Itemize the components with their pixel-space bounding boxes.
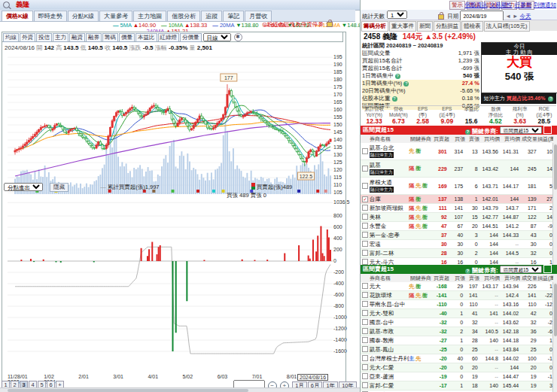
toolbar-均線[interactable]: 均線	[3, 33, 19, 42]
gear-icon[interactable]: ✱	[234, 33, 242, 41]
key-broker-select[interactable]: 區間賣超15	[500, 266, 542, 273]
broker-row-台庫[interactable]: ✓台庫隔,衝1371381142.0114413927	[361, 195, 553, 204]
row-checkbox[interactable]	[362, 292, 368, 298]
top-link-行事曆[interactable]: 行事曆	[515, 2, 532, 8]
row-checkbox[interactable]	[362, 373, 368, 379]
table-menu-button[interactable]	[543, 265, 552, 273]
column-check[interactable]	[361, 274, 370, 282]
column-賣均價[interactable]: 賣均價	[500, 135, 520, 143]
row-checkbox[interactable]	[362, 364, 368, 370]
right-tab-籌碼分析[interactable]: 籌碼分析	[361, 21, 388, 32]
column-買張[interactable]: 買張	[449, 135, 465, 143]
toolbar-紅綠燈[interactable]: 紅綠燈	[158, 33, 180, 42]
table-menu-button[interactable]	[543, 126, 552, 134]
broker-row-凱基-台北[interactable]: 凱基-台北隔日沖主力先,衝30131413143.56141.3132710	[361, 143, 553, 160]
broker-row-摩根大通[interactable]: 摩根大通隔日沖主力隔,先,衝1691756143.71144.171815	[361, 178, 553, 195]
question-icon[interactable]: ?	[392, 96, 397, 102]
row-checkbox[interactable]	[362, 214, 368, 220]
row-checkbox[interactable]	[362, 183, 368, 189]
right-tab-新聞[interactable]: 新聞	[417, 21, 433, 32]
row-checkbox[interactable]	[362, 166, 368, 172]
broker-flow-chart[interactable]: 1036.58006004002000-200-400-600-800-1000…	[2, 199, 358, 375]
column-券商名稱[interactable]: 券商名稱	[370, 135, 410, 143]
row-checkbox[interactable]	[362, 232, 368, 238]
broker-row-永豐金[interactable]: 永豐金隔,先,衝476720144.51141.287-9	[361, 222, 553, 231]
date-next-icon[interactable]: ►	[513, 13, 518, 20]
date-prev-icon[interactable]: ◄	[505, 13, 510, 20]
column-成交量[interactable]: 成交量	[520, 274, 537, 282]
row-checkbox[interactable]	[362, 382, 368, 388]
right-tab-體檢表[interactable]: 體檢表	[461, 21, 483, 32]
date-lock-icon[interactable]	[438, 14, 444, 20]
column-check[interactable]	[361, 135, 370, 143]
broker-row-宏遠[interactable]: 宏遠30300144--300	[361, 240, 553, 249]
horizontal-scrollbar-thumb[interactable]	[8, 389, 248, 392]
tab-追蹤[interactable]: 追蹤	[201, 11, 222, 21]
broker-row-國票-台中[interactable]: 國票-台中-32032--143.6232-2	[361, 318, 553, 327]
key-broker-select[interactable]: 區間買超15	[500, 126, 542, 134]
column-成交量[interactable]: 成交量	[520, 135, 537, 143]
broker-row-元大-斗六[interactable]: 元大-斗六16160144--161	[361, 258, 553, 265]
right-tab-分點損益[interactable]: 分點損益	[434, 21, 461, 32]
top-link-交易屬性[interactable]: 交易屬性	[490, 2, 513, 8]
broker-row-凱基[interactable]: 凱基隔日沖主力隔,衝2292378143.4214424514	[361, 160, 553, 178]
right-tab-法人目標(105元)[interactable]: 法人目標(105元)	[484, 21, 530, 32]
sell-scroll-thumb[interactable]	[554, 284, 557, 336]
column-買張[interactable]: 買張	[449, 274, 465, 282]
question-icon[interactable]: ?	[548, 96, 553, 102]
broker-row-富邦-仁愛[interactable]: 富邦-仁愛-17118140145.44193	[361, 381, 553, 390]
column-關鍵券商[interactable]: 關鍵券商	[410, 274, 431, 282]
column-賣張[interactable]: 賣張	[465, 274, 479, 282]
search-icon[interactable]	[3, 2, 10, 8]
column-買均價[interactable]: 買均價	[479, 135, 500, 143]
toolbar-價量[interactable]: 價量	[119, 33, 135, 42]
column-損益(萬)[interactable]: 損益(萬)	[537, 135, 553, 143]
broker-row-元大[interactable]: 元大先,衝-16829197143.17143.942261	[361, 282, 553, 291]
row-checkbox[interactable]	[362, 241, 368, 247]
broker-row-華南永昌-台中[interactable]: 華南永昌-台中-1100110--143.16110-12	[361, 300, 553, 309]
broker-row-第一金-忠孝[interactable]: 第一金-忠孝37403144144.33430	[361, 231, 553, 240]
stat-days-select[interactable]: 1	[387, 11, 407, 19]
today-link[interactable]: 今天	[520, 13, 531, 20]
broker-row-國泰-敦南[interactable]: 國泰-敦南-27128140144.18291	[361, 336, 553, 345]
broker-row-美林[interactable]: 美林隔,先,衝9210715142.77144.8712214	[361, 213, 553, 222]
row-checkbox[interactable]	[362, 250, 368, 256]
buy-scroll-thumb[interactable]	[554, 144, 557, 190]
right-tab-重大事件[interactable]: 重大事件	[389, 21, 416, 32]
broker-row-元大-仁愛[interactable]: 元大-仁愛-20020--144200	[361, 363, 553, 372]
broker-row-亞東-蘆洲[interactable]: 亞東-蘆洲-19019--144.4719-1	[361, 372, 553, 381]
toolbar-投信[interactable]: 投信	[36, 33, 52, 42]
toolbar-融券[interactable]: 融券	[86, 33, 102, 42]
row-checkbox[interactable]	[362, 310, 368, 316]
row-checkbox[interactable]	[362, 283, 368, 289]
broker-row-富邦-二林[interactable]: 富邦-二林28302144144.5320	[361, 249, 553, 258]
question-icon[interactable]: ?	[395, 74, 400, 79]
row-checkbox[interactable]	[362, 337, 368, 343]
column-賣均價[interactable]: 賣均價	[500, 274, 520, 282]
row-checkbox[interactable]	[362, 259, 368, 265]
broker-row-元大-雙和[interactable]: 元大-雙和-40141141144.02420	[361, 309, 553, 318]
tab-個股分析[interactable]: 個股分析	[167, 11, 200, 21]
row-checkbox[interactable]	[362, 346, 368, 352]
row-checkbox[interactable]	[362, 355, 368, 361]
column-券商名稱[interactable]: 券商名稱	[370, 274, 410, 282]
row-checkbox[interactable]	[362, 328, 368, 334]
tab-即時走勢[interactable]: 即時走勢	[34, 11, 67, 21]
toolbar-分價量[interactable]: 分價量	[180, 33, 202, 42]
column-買賣超[interactable]: 買賣超	[431, 274, 449, 282]
broker-row-新加坡商瑞銀[interactable]: 新加坡商瑞銀隔,先,衝11114130143.79143.71712	[361, 204, 553, 213]
broker-row-花旗環球[interactable]: 花旗環球隔,先,衝-1410141--142.4141-22	[361, 291, 553, 300]
lock-icon[interactable]	[327, 22, 333, 27]
row-checkbox[interactable]	[362, 301, 368, 307]
row-checkbox[interactable]: ✓	[362, 196, 368, 202]
column-損益(萬)[interactable]: 損益(萬)	[537, 274, 553, 282]
row-checkbox[interactable]	[362, 223, 368, 229]
tab-分點K線[interactable]: 分點K線	[68, 11, 99, 21]
buy-table-scrollbar[interactable]	[552, 143, 557, 265]
period-select[interactable]: 日線	[203, 33, 231, 41]
row-checkbox[interactable]	[362, 148, 368, 154]
toolbar-本益比[interactable]: 本益比	[135, 33, 157, 42]
lower-chart-type-select[interactable]: 分點進出	[4, 183, 43, 191]
broker-row-凱基-鳳山[interactable]: 凱基-鳳山-25025--143.84250	[361, 345, 553, 354]
broker-row-凱基-市政[interactable]: 凱基-市政-32234140.5142.1836-6	[361, 327, 553, 336]
